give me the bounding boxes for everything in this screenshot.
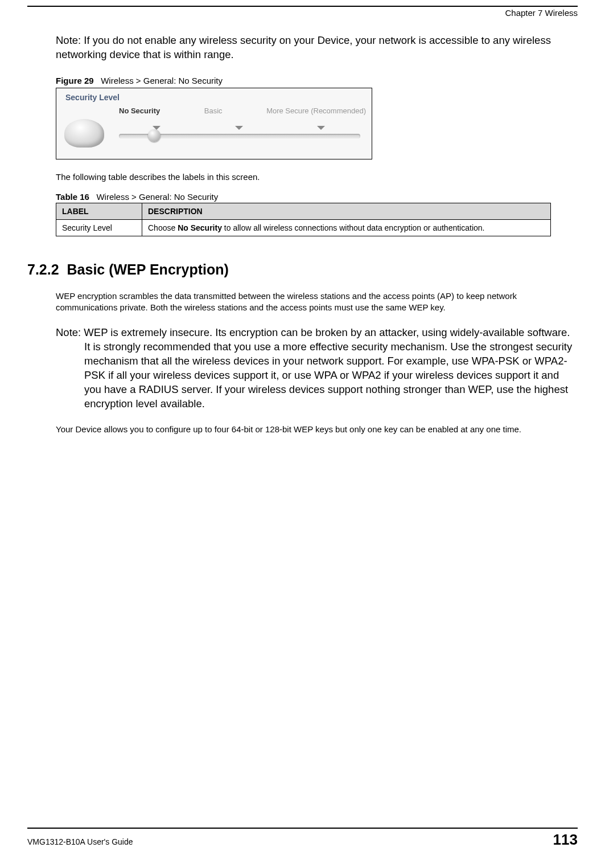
table-cell-description: Choose No Security to allow all wireless… (142, 219, 551, 236)
table-row: Security Level Choose No Security to all… (56, 219, 551, 236)
table-caption: Table 16 Wireless > General: No Security (56, 192, 578, 202)
table-title: Wireless > General: No Security (96, 192, 218, 202)
desc-post: to allow all wireless connections withou… (222, 223, 484, 232)
note-text: If you do not enable any wireless securi… (56, 34, 551, 60)
table-header-label: LABEL (56, 203, 142, 219)
table-label: Table 16 (56, 192, 89, 202)
table-cell-label: Security Level (56, 219, 142, 236)
note-text: WEP is extremely insecure. Its encryptio… (84, 326, 572, 410)
footer-page-number: 113 (553, 831, 578, 849)
slider-label-basic: Basic (204, 107, 223, 115)
table-header-description: DESCRIPTION (142, 203, 551, 219)
slider-handle[interactable] (148, 129, 160, 142)
paragraph-wep-keys: Your Device allows you to configure up t… (56, 424, 578, 435)
paragraph-wep-intro: WEP encryption scrambles the data transm… (56, 290, 578, 314)
note-no-security: Note: If you do not enable any wireless … (56, 34, 578, 62)
slider-labels: No Security Basic More Secure (Recommend… (119, 107, 366, 115)
antenna-icon (64, 119, 104, 148)
slider-label-no-security: No Security (119, 107, 160, 115)
slider-label-more-secure: More Secure (Recommended) (266, 107, 366, 115)
footer-guide-name: VMG1312-B10A User's Guide (27, 837, 133, 846)
section-heading: 7.2.2 Basic (WEP Encryption) (27, 261, 578, 278)
slider-tick-icon (235, 126, 243, 130)
desc-pre: Choose (148, 223, 178, 232)
note-wep-insecure: Note: WEP is extremely insecure. Its enc… (56, 326, 578, 411)
security-slider[interactable] (119, 134, 360, 138)
desc-bold: No Security (178, 223, 222, 232)
note-label: Note: (56, 34, 81, 46)
figure-caption: Figure 29 Wireless > General: No Securit… (56, 76, 578, 85)
note-label: Note: (56, 326, 81, 338)
panel-title: Security Level (65, 93, 120, 102)
figure-security-level-panel: Security Level No Security Basic More Se… (56, 88, 372, 159)
figure-title: Wireless > General: No Security (101, 76, 223, 85)
figure-label: Figure 29 (56, 76, 94, 85)
no-security-table: LABEL DESCRIPTION Security Level Choose … (56, 203, 551, 236)
page-footer: VMG1312-B10A User's Guide 113 (27, 828, 578, 849)
section-title: Basic (WEP Encryption) (67, 261, 229, 277)
section-number: 7.2.2 (27, 261, 59, 277)
table-header-row: LABEL DESCRIPTION (56, 203, 551, 219)
table-intro-text: The following table describes the labels… (56, 172, 578, 182)
chapter-header: Chapter 7 Wireless (27, 8, 578, 18)
slider-tick-icon (317, 126, 325, 130)
